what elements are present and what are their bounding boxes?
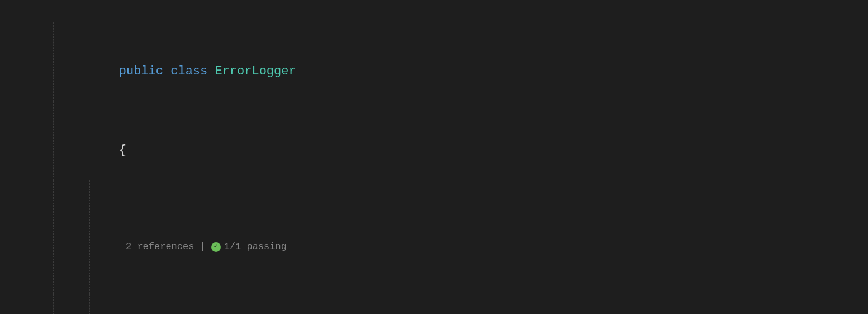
- keyword-class: class: [170, 64, 207, 78]
- codelens-passing[interactable]: 1/1 passing: [224, 239, 287, 254]
- codelens[interactable]: 2 references | ✓ 1/1 passing: [0, 180, 868, 294]
- codelens-references[interactable]: 2 references: [126, 239, 194, 254]
- codelens-separator: |: [200, 239, 205, 254]
- code-editor[interactable]: public class ErrorLogger { 2 references …: [0, 0, 868, 314]
- code-line[interactable]: public string? LastError { get; set; }: [0, 294, 868, 314]
- code-line[interactable]: public class ErrorLogger: [0, 22, 868, 101]
- check-icon: ✓: [211, 242, 221, 252]
- code-line[interactable]: {: [0, 101, 868, 180]
- brace-open: {: [119, 143, 126, 157]
- type-name: ErrorLogger: [215, 64, 296, 78]
- keyword-public: public: [119, 64, 163, 78]
